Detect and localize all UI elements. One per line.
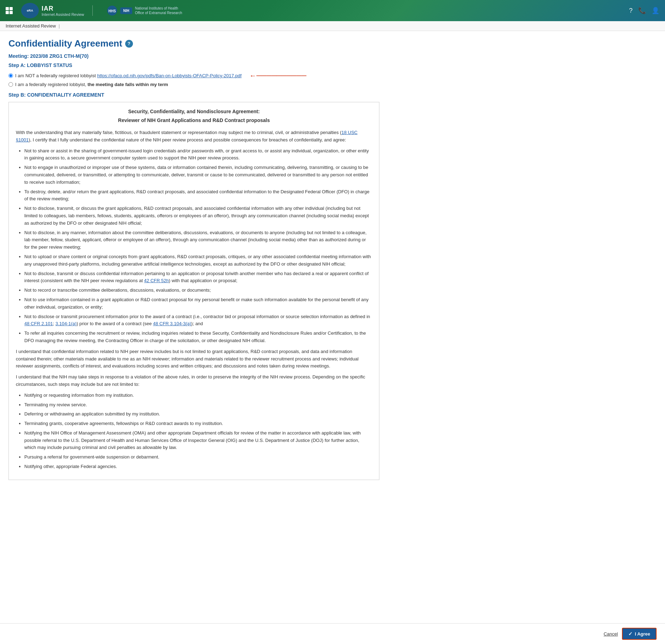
app-name: IAR — [42, 5, 84, 12]
bullet-item: To destroy, delete, and/or return the gr… — [24, 188, 372, 203]
steps-item: Notifying the NIH Office of Management A… — [24, 430, 372, 451]
breadcrumb-item[interactable]: Internet Assisted Review — [6, 23, 56, 29]
bullet-item: Not to disclose or transmit procurement … — [24, 313, 372, 328]
lobbyist-policy-link[interactable]: https://ofacp.od.nih.gov/pdfs/Ban-on-Lob… — [97, 73, 242, 78]
bullet-item: Not to share or assist in the sharing of… — [24, 147, 372, 162]
svg-text:HHS: HHS — [109, 9, 116, 13]
app-header: eRA IAR Internet Assisted Review HHS NIH… — [0, 0, 665, 21]
title-help-icon[interactable]: ? — [125, 40, 133, 48]
bullet-item: Not to disclose, transmit, or discuss th… — [24, 205, 372, 227]
header-title-block: IAR Internet Assisted Review — [42, 5, 84, 17]
meeting-label: Meeting: 2023/08 ZRG1 CTH-M(70) — [8, 53, 379, 59]
steps-item: Terminating my review service. — [24, 401, 372, 409]
header-separator — [92, 5, 93, 16]
nih-badge: NIH — [120, 7, 132, 14]
help-icon[interactable]: ? — [629, 7, 633, 14]
bottom-padding — [8, 485, 379, 505]
understanding-paragraph-2: I understand that the NIH may take steps… — [16, 373, 372, 388]
step-a-label: Step A: LOBBYIST STATUS — [8, 62, 379, 68]
cfr-52h-link[interactable]: 42 CFR 52h — [144, 278, 169, 283]
page-title-text: Confidentiality Agreement — [8, 38, 122, 49]
radio-is-lobbyist-bold: the meeting date falls within my term — [87, 82, 168, 87]
arrow-indicator: ←────────── — [249, 72, 306, 80]
header-right: ? 📞 👤 — [629, 7, 659, 14]
header-left: eRA IAR Internet Assisted Review HHS NIH… — [6, 3, 182, 18]
agreement-title: Security, Confidentiality, and Nondisclo… — [16, 108, 372, 115]
main-content: Confidentiality Agreement ? Meeting: 202… — [0, 31, 388, 512]
radio-not-lobbyist-group: I am NOT a federally registered lobbyist… — [8, 72, 379, 80]
agreement-intro-text: With the understanding that any material… — [16, 130, 341, 135]
bullet-item: Not to disclose, transmit or discuss con… — [24, 270, 372, 285]
bullet-item: Not to use information contained in a gr… — [24, 296, 372, 311]
radio-is-lobbyist-text: I am a federally registered lobbyist, — [15, 82, 86, 87]
bullet-item: Not to record or transcribe committee de… — [24, 287, 372, 294]
era-logo-circle: eRA — [21, 3, 39, 18]
nih-branding: HHS NIH National Institutes of Health Of… — [107, 5, 182, 16]
breadcrumb-separator: | — [59, 23, 60, 29]
agreement-subtitle: Reviewer of NIH Grant Applications and R… — [16, 117, 372, 124]
understanding-paragraph-1: I understand that confidential informati… — [16, 348, 372, 370]
nih-text: National Institutes of Health Office of … — [135, 6, 182, 15]
apps-menu-button[interactable] — [6, 7, 16, 14]
agreement-section: Security, Confidentiality, and Nondisclo… — [8, 102, 379, 480]
nih-office: Office of Extramural Research — [135, 11, 182, 15]
steps-bullets: Notifying or requesting information from… — [24, 392, 372, 470]
bullet-item: Not to engage in unauthorized or imprope… — [24, 164, 372, 186]
nih-name: National Institutes of Health — [135, 6, 182, 11]
bullet-item: To refer all inquiries concerning the re… — [24, 330, 372, 345]
era-logo: eRA IAR Internet Assisted Review — [21, 3, 84, 18]
bullet-item: Not to disclose, in any manner, informat… — [24, 229, 372, 251]
steps-item: Deferring or withdrawing an application … — [24, 411, 372, 418]
agreement-intro-paragraph: With the understanding that any material… — [16, 129, 372, 144]
cfr-3104-link[interactable]: 3.104-1(a) — [55, 321, 77, 326]
radio-not-lobbyist-text: I am NOT a federally registered lobbyist — [15, 73, 96, 78]
cfr-2101-link[interactable]: 48 CFR 2.101 — [24, 321, 53, 326]
user-icon[interactable]: 👤 — [652, 7, 659, 14]
agreement-bullets: Not to share or assist in the sharing of… — [24, 147, 372, 345]
breadcrumb: Internet Assisted Review | — [0, 21, 665, 31]
cfr-3104-3-link[interactable]: 48 CFR 3.104-3(a) — [153, 321, 191, 326]
agreement-body: With the understanding that any material… — [16, 129, 372, 470]
hhs-logo-icon: HHS — [107, 5, 117, 16]
steps-item: Notifying other, appropriate Federal age… — [24, 463, 372, 470]
radio-is-lobbyist[interactable] — [8, 82, 13, 87]
steps-item: Terminating grants, cooperative agreemen… — [24, 420, 372, 427]
agreement-intro-after: ), I certify that I fully understand the… — [29, 137, 346, 142]
page-title: Confidentiality Agreement ? — [8, 38, 379, 49]
radio-not-lobbyist-label[interactable]: I am NOT a federally registered lobbyist… — [15, 73, 242, 78]
steps-item: Pursuing a referral for government-wide … — [24, 454, 372, 461]
app-subtitle: Internet Assisted Review — [42, 12, 84, 17]
bullet-item: Not to upload or share content or origin… — [24, 253, 372, 268]
radio-is-lobbyist-group: I am a federally registered lobbyist, th… — [8, 82, 379, 87]
steps-item: Notifying or requesting information from… — [24, 392, 372, 399]
phone-icon[interactable]: 📞 — [638, 7, 646, 14]
step-b-label: Step B: CONFIDENTIALITY AGREEMENT — [8, 92, 379, 98]
radio-not-lobbyist[interactable] — [8, 73, 13, 78]
radio-is-lobbyist-label[interactable]: I am a federally registered lobbyist, th… — [15, 82, 168, 87]
